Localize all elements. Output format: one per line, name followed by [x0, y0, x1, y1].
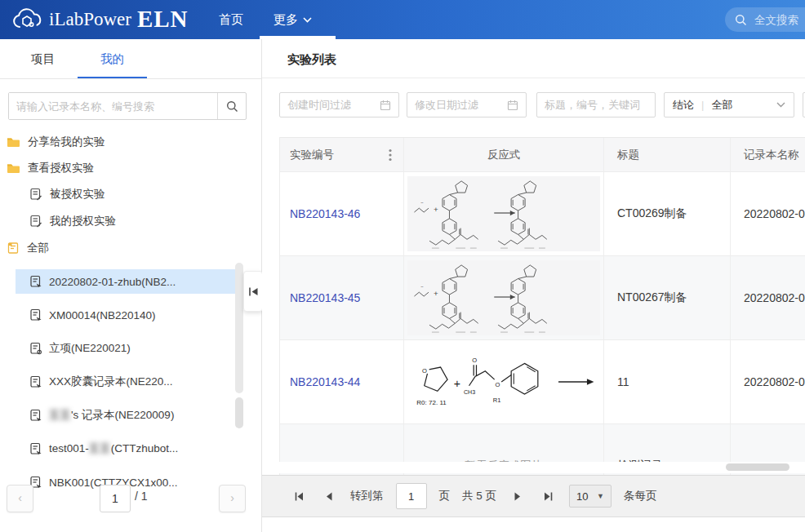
table-header-row: 实验编号 反应式 标题 记录本名称: [280, 137, 805, 172]
main-content: 实验列表 结论 | 全部: [262, 39, 805, 532]
sidebar-collapse-handle[interactable]: [243, 271, 263, 312]
horizontal-scrollbar-thumb[interactable]: [726, 463, 789, 471]
sidebar: 项目 我的 分享给我的实验 查看授权实验: [0, 39, 261, 532]
svg-text:+: +: [434, 289, 438, 298]
page-number-input[interactable]: [100, 485, 131, 512]
nav-item-more[interactable]: 更多: [274, 0, 312, 39]
svg-text:O: O: [496, 381, 500, 388]
prev-page-button[interactable]: ‹: [7, 485, 33, 512]
next-page-button[interactable]: [509, 487, 527, 505]
filter-created-input[interactable]: [280, 99, 380, 111]
tree-item-granted-to-me[interactable]: 被授权实验: [0, 182, 261, 206]
top-bar: iLabPower ELN 首页 更多: [0, 0, 805, 39]
filter-modified-date[interactable]: [407, 92, 527, 117]
notebook-item[interactable]: XM00014(NB220140): [16, 303, 235, 327]
sidebar-pagination: ‹ / 1 ›: [0, 485, 261, 512]
notebook-search-input[interactable]: [9, 93, 217, 119]
prev-page-button[interactable]: [320, 487, 338, 505]
svg-text:+: +: [454, 377, 460, 390]
conclusion-select[interactable]: 结论 | 全部: [664, 92, 794, 117]
calendar-icon: [507, 100, 518, 111]
goto-label: 转到第: [350, 489, 384, 503]
table-row: NB220143-45 − +: [280, 256, 805, 340]
page-number-input[interactable]: [396, 483, 427, 509]
experiment-link[interactable]: NB220143-45: [290, 291, 360, 304]
notebook-item[interactable]: 某某's 记录本(NE220009): [16, 403, 235, 428]
title-cell: NT00267制备: [604, 256, 731, 340]
notebook-search-button[interactable]: [217, 93, 246, 119]
table-pagination: 转到第 页 共 5 页 10 ▼ 条每页: [262, 475, 805, 517]
column-header-notebook: 记录本名称: [731, 138, 805, 172]
tree-item-shared[interactable]: 分享给我的实验: [0, 130, 261, 154]
tab-projects[interactable]: 项目: [8, 39, 78, 78]
tree-item-label: 被授权实验: [50, 187, 105, 202]
filter-keyword-input[interactable]: [537, 99, 655, 111]
page-total-label: / 1: [135, 490, 148, 503]
search-icon: [226, 100, 238, 113]
notebook-item-selected[interactable]: 20220802-01-zhub(NB2...: [16, 269, 235, 294]
notebook-item[interactable]: 立项(NE220021): [16, 336, 235, 361]
page-title: 实验列表: [287, 52, 336, 68]
table-row: NB220143-44 O R0: 72. 11 + O: [280, 340, 805, 424]
column-menu-icon[interactable]: [389, 149, 392, 162]
title-cell: CT00269制备: [604, 172, 731, 256]
filter-created-date[interactable]: [279, 92, 399, 117]
notebook-cell: 20220802-01: [731, 256, 805, 340]
per-page-label: 条每页: [624, 489, 657, 503]
reaction-image: − +: [407, 260, 600, 335]
experiment-link[interactable]: NB220143-44: [290, 375, 360, 388]
tree-item-my-authorized[interactable]: 我的授权实验: [0, 209, 261, 233]
notebook-label: XM00014(NB220140): [49, 309, 156, 321]
filter-modified-input[interactable]: [407, 99, 507, 111]
tree-item-label: 我的授权实验: [50, 214, 116, 228]
svg-text:O: O: [472, 357, 477, 364]
dropdown-arrow-icon: ▼: [597, 492, 604, 500]
calendar-icon: [380, 100, 391, 111]
sidebar-tabs: 项目 我的: [0, 39, 261, 79]
total-pages-label: 共 5 页: [462, 489, 496, 503]
notebook-search: [8, 92, 247, 120]
svg-text:O: O: [422, 367, 427, 375]
experiment-code-cell: NB220143-45: [280, 256, 404, 340]
last-page-button[interactable]: [539, 487, 557, 505]
notebook-cell: 20220802-01: [731, 340, 805, 424]
notebook-icon: [29, 215, 42, 228]
page-size-select[interactable]: 10 ▼: [569, 485, 612, 508]
reaction-image: O R0: 72. 11 + O CH3 O R1: [407, 344, 600, 419]
next-page-button[interactable]: ›: [219, 485, 246, 512]
notebook-item[interactable]: test001-某某(CTTzhubot...: [16, 437, 235, 461]
notebook-item[interactable]: XXX胶囊记录本(NE220...: [16, 370, 235, 394]
filter-keyword[interactable]: [536, 92, 656, 117]
nav-more-label: 更多: [274, 0, 298, 39]
svg-text:−: −: [420, 200, 424, 205]
search-icon: [735, 14, 747, 26]
table-horizontal-scrollbar: [279, 462, 805, 473]
reaction-cell: O R0: 72. 11 + O CH3 O R1: [404, 340, 604, 424]
logo-text: iLabPower: [49, 9, 131, 30]
notebook-label: test001-某某(CTTzhubot...: [49, 441, 178, 456]
tree-item-authorized-folder[interactable]: 查看授权实验: [0, 156, 261, 180]
chevron-down-icon: [303, 17, 312, 23]
content-header: 实验列表: [262, 39, 805, 78]
svg-text:R0: 72. 11: R0: 72. 11: [416, 399, 447, 406]
column-header-reaction: 反应式: [404, 138, 604, 172]
folder-icon: [7, 136, 20, 148]
cloud-logo-icon: [11, 7, 44, 32]
nav-item-home[interactable]: 首页: [219, 0, 243, 39]
tab-mine[interactable]: 我的: [78, 39, 147, 78]
notebook-edit-icon: [29, 375, 42, 388]
global-search[interactable]: [725, 7, 805, 32]
notebook-edit-icon: [29, 308, 42, 321]
notebook-label: 立项(NE220021): [49, 341, 131, 356]
global-search-input[interactable]: [753, 13, 805, 27]
table-row: NB220143-46: [280, 172, 805, 256]
sidebar-scrollbar-thumb[interactable]: [235, 397, 243, 428]
sidebar-scrollbar-thumb[interactable]: [235, 263, 243, 393]
notebook-edit-icon: [29, 342, 42, 355]
tree-item-all[interactable]: 全部: [0, 236, 261, 260]
notebook-edit-icon: [29, 409, 42, 422]
experiment-link[interactable]: NB220143-46: [290, 207, 360, 220]
first-page-button[interactable]: [290, 487, 308, 505]
page-unit-label: 页: [439, 489, 451, 503]
notebook-edit-icon: [29, 275, 42, 288]
